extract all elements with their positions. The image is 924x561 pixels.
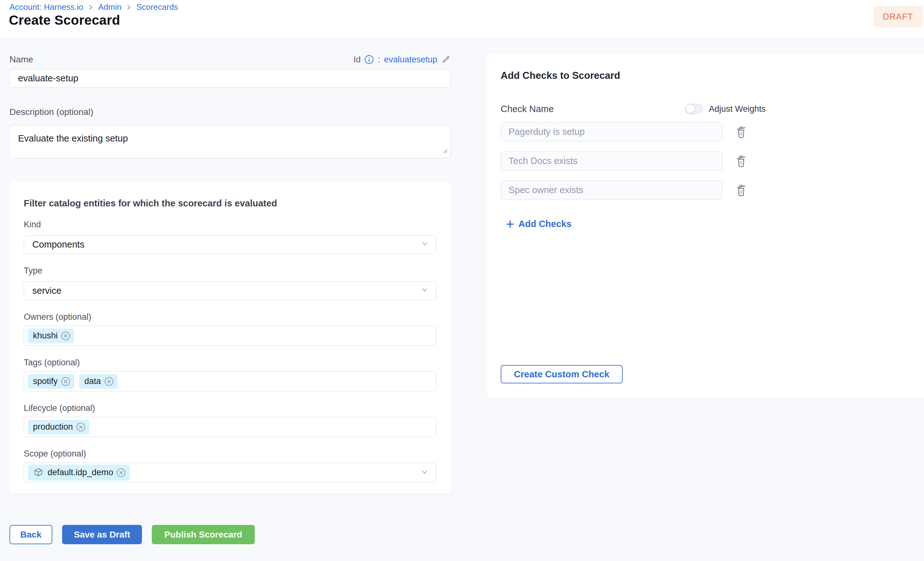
create-custom-check-button[interactable]: Create Custom Check: [501, 365, 622, 383]
check-name-input[interactable]: [501, 151, 723, 171]
checks-header-row: Check Name Adjust Weights: [501, 103, 786, 115]
breadcrumb-scorecards-link[interactable]: Scorecards: [136, 2, 178, 13]
name-header-row: Name Id : evaluatesetup: [9, 54, 451, 65]
breadcrumb-admin-link[interactable]: Admin: [98, 2, 122, 13]
owner-chip-label: khushi: [33, 332, 58, 340]
check-row: [501, 122, 924, 142]
tag-chip: spotify: [28, 374, 74, 389]
id-row: Id : evaluatesetup: [354, 55, 451, 64]
check-row: [501, 181, 924, 200]
check-name-input[interactable]: [501, 181, 723, 200]
add-checks-button[interactable]: Add Checks: [506, 219, 572, 229]
chevron-down-icon: [420, 468, 429, 478]
lifecycle-chip-label: production: [33, 423, 73, 431]
adjust-weights-toggle[interactable]: [686, 104, 703, 114]
save-as-draft-button[interactable]: Save as Draft: [62, 525, 142, 544]
type-select-value: service: [32, 286, 62, 296]
checks-panel: Add Checks to Scorecard Check Name Adjus…: [487, 54, 924, 398]
remove-chip-icon[interactable]: [116, 468, 126, 477]
remove-chip-icon[interactable]: [61, 377, 70, 386]
delete-check-icon[interactable]: [735, 154, 747, 168]
remove-chip-icon[interactable]: [76, 422, 86, 432]
lifecycle-input[interactable]: production: [24, 417, 436, 437]
plus-icon: [506, 220, 514, 229]
id-label: Id: [354, 55, 361, 64]
page-header: Account: Harness.io Admin Scorecards Cre…: [0, 0, 924, 39]
kind-select[interactable]: Components: [24, 235, 436, 254]
check-row: [501, 151, 924, 171]
adjust-weights-label: Adjust Weights: [709, 104, 766, 114]
id-value-link[interactable]: evaluatesetup: [384, 55, 437, 64]
scorecard-form: Name Id : evaluatesetup Description (opt…: [9, 54, 451, 544]
page-title: Create Scorecard: [9, 13, 120, 28]
tags-label: Tags (optional): [24, 358, 436, 367]
tag-chip-label: data: [84, 377, 101, 386]
id-separator: :: [378, 55, 380, 64]
chevron-down-icon: [420, 239, 429, 250]
cube-icon: [33, 467, 44, 478]
add-checks-label: Add Checks: [518, 219, 572, 229]
kind-label: Kind: [24, 220, 436, 229]
type-select[interactable]: service: [24, 281, 436, 300]
filter-card: Filter catalog entities for which the sc…: [9, 181, 451, 494]
owners-label: Owners (optional): [24, 313, 436, 321]
publish-scorecard-button[interactable]: Publish Scorecard: [152, 525, 255, 544]
breadcrumb: Account: Harness.io Admin Scorecards: [9, 2, 178, 13]
scope-chip: default.idp_demo: [28, 465, 130, 480]
description-label: Description (optional): [9, 108, 451, 117]
owners-input[interactable]: khushi: [24, 326, 436, 346]
breadcrumb-separator-icon: [126, 4, 131, 10]
remove-chip-icon[interactable]: [61, 331, 70, 341]
chevron-down-icon: [420, 285, 429, 296]
tag-chip-label: spotify: [33, 377, 58, 386]
check-name-input[interactable]: [501, 122, 723, 142]
delete-check-icon[interactable]: [735, 184, 747, 197]
type-label: Type: [24, 266, 436, 275]
breadcrumb-separator-icon: [88, 4, 93, 10]
filter-title: Filter catalog entities for which the sc…: [24, 198, 436, 209]
adjust-weights-group: Adjust Weights: [686, 103, 766, 115]
edit-pencil-icon[interactable]: [441, 55, 451, 64]
toggle-knob: [686, 105, 694, 113]
description-textarea[interactable]: Evaluate the existing setup: [9, 126, 451, 158]
back-button[interactable]: Back: [9, 525, 52, 544]
tag-chip: data: [79, 374, 117, 389]
lifecycle-chip: production: [28, 420, 89, 434]
info-icon[interactable]: [364, 55, 374, 64]
description-field: Evaluate the existing setup: [9, 126, 451, 158]
delete-check-icon[interactable]: [735, 126, 747, 139]
scope-label: Scope (optional): [24, 450, 436, 458]
tags-input[interactable]: spotify data: [24, 371, 436, 391]
breadcrumb-account-link[interactable]: Account: Harness.io: [9, 2, 83, 13]
status-badge: DRAFT: [873, 6, 923, 27]
remove-chip-icon[interactable]: [104, 377, 114, 386]
check-name-column-label: Check Name: [501, 104, 554, 114]
lifecycle-label: Lifecycle (optional): [24, 404, 436, 413]
owner-chip: khushi: [28, 329, 74, 343]
scope-select[interactable]: default.idp_demo: [24, 462, 436, 482]
resize-grip-icon[interactable]: [442, 148, 448, 155]
checks-panel-title: Add Checks to Scorecard: [501, 70, 924, 81]
kind-select-value: Components: [32, 239, 84, 250]
name-input[interactable]: [9, 69, 451, 87]
scope-chip-label: default.idp_demo: [48, 468, 113, 477]
footer-actions: Back Save as Draft Publish Scorecard: [9, 525, 451, 544]
name-label: Name: [9, 55, 33, 64]
